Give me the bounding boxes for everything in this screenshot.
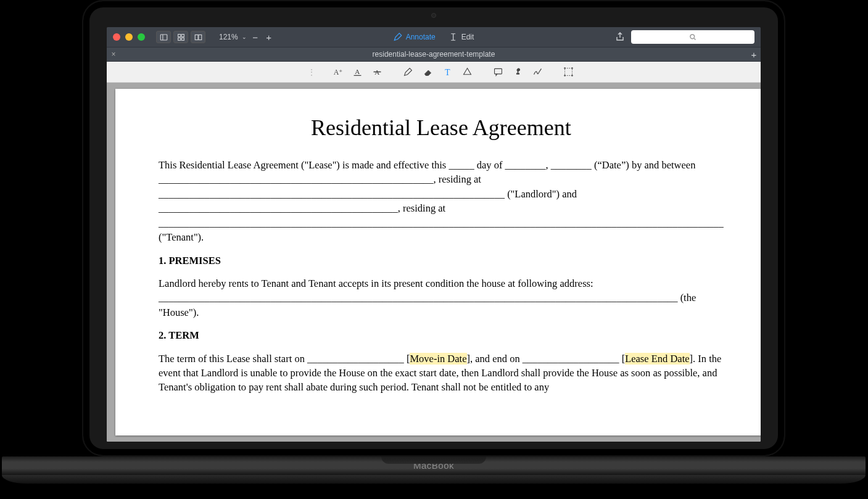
underline-tool[interactable]: A [352, 66, 364, 78]
svg-text:T: T [445, 68, 451, 77]
search-icon [689, 33, 696, 41]
svg-rect-6 [195, 35, 198, 39]
tab-bar: × residential-lease-agreement-template + [107, 47, 761, 62]
window-titlebar: 121% ⌄ − + Annotate Edit [107, 27, 761, 47]
selection-tool[interactable] [563, 66, 575, 78]
zoom-control: 121% ⌄ − + [219, 32, 274, 43]
svg-point-19 [564, 67, 566, 69]
section-1-heading: 1. PREMISES [159, 254, 724, 268]
document-page: Residential Lease Agreement This Residen… [115, 89, 761, 435]
close-tab-button[interactable]: × [107, 50, 120, 59]
annotate-mode-button[interactable]: Annotate [394, 33, 436, 41]
section-2-body: The term of this Lease shall start on __… [159, 352, 724, 395]
stamp-tool[interactable] [512, 66, 524, 78]
share-icon [615, 32, 625, 42]
svg-rect-0 [160, 35, 167, 40]
lease-end-date-placeholder: Lease End Date [625, 353, 689, 365]
section-2-heading: 2. TERM [159, 328, 724, 342]
svg-rect-4 [178, 38, 180, 40]
close-window-button[interactable] [113, 33, 120, 41]
thumbnails-view-button[interactable] [173, 31, 188, 43]
two-page-view-button[interactable] [191, 31, 205, 43]
document-title: Residential Lease Agreement [159, 115, 724, 141]
pencil-tool[interactable] [402, 66, 415, 78]
svg-text:A: A [355, 68, 360, 75]
annotate-toolbar: ⋮ A⁺ A A T [107, 62, 761, 83]
svg-rect-18 [565, 68, 572, 76]
s2-text-b: ], and end on ___________________ [ [467, 353, 626, 365]
tab-title[interactable]: residential-lease-agreement-template [120, 50, 747, 59]
svg-rect-17 [495, 68, 502, 74]
edit-mode-button[interactable]: Edit [449, 33, 474, 41]
pdf-editor-window: 121% ⌄ − + Annotate Edit [107, 27, 761, 442]
window-controls [113, 33, 145, 41]
s2-text-a: The term of this Lease shall start on __… [159, 353, 410, 365]
svg-point-20 [572, 67, 574, 69]
svg-point-22 [572, 75, 574, 76]
view-mode-group [156, 31, 208, 43]
share-button[interactable] [615, 32, 625, 42]
text-tool[interactable]: T [442, 66, 454, 78]
svg-rect-2 [178, 34, 180, 36]
sidebar-toggle-button[interactable] [156, 31, 171, 43]
webcam [431, 13, 436, 18]
annotate-label: Annotate [406, 33, 436, 41]
svg-rect-5 [181, 38, 184, 40]
text-cursor-icon [449, 33, 458, 41]
strikethrough-tool[interactable]: A [371, 66, 384, 78]
svg-rect-7 [198, 35, 201, 39]
svg-text:A⁺: A⁺ [334, 68, 343, 76]
svg-rect-3 [181, 34, 184, 36]
eraser-tool[interactable] [422, 66, 434, 78]
signature-tool[interactable] [532, 66, 544, 78]
edit-label: Edit [461, 33, 474, 41]
svg-line-9 [694, 38, 695, 39]
move-in-date-placeholder: Move-in Date [410, 353, 466, 365]
zoom-dropdown-icon[interactable]: ⌄ [242, 34, 247, 40]
zoom-level[interactable]: 121% [219, 33, 238, 41]
note-tool[interactable] [492, 66, 505, 78]
search-input[interactable] [631, 30, 754, 44]
section-1-body: Landlord hereby rents to Tenant and Tena… [159, 276, 724, 320]
minimize-window-button[interactable] [125, 33, 133, 41]
fullscreen-window-button[interactable] [138, 33, 145, 41]
svg-marker-16 [464, 68, 471, 75]
svg-point-8 [690, 35, 695, 39]
shape-tool[interactable] [461, 66, 474, 78]
intro-paragraph: This Residential Lease Agreement ("Lease… [159, 158, 724, 245]
toolbar-drag-handle[interactable]: ⋮ [307, 67, 313, 77]
zoom-in-button[interactable]: + [264, 32, 274, 43]
document-viewport[interactable]: Residential Lease Agreement This Residen… [107, 83, 761, 442]
pen-nib-icon [394, 33, 402, 41]
svg-point-21 [564, 75, 566, 76]
zoom-out-button[interactable]: − [250, 32, 260, 43]
laptop-base: MacBook [2, 456, 866, 487]
text-markup-tool[interactable]: A⁺ [332, 66, 344, 78]
new-tab-button[interactable]: + [747, 49, 761, 60]
